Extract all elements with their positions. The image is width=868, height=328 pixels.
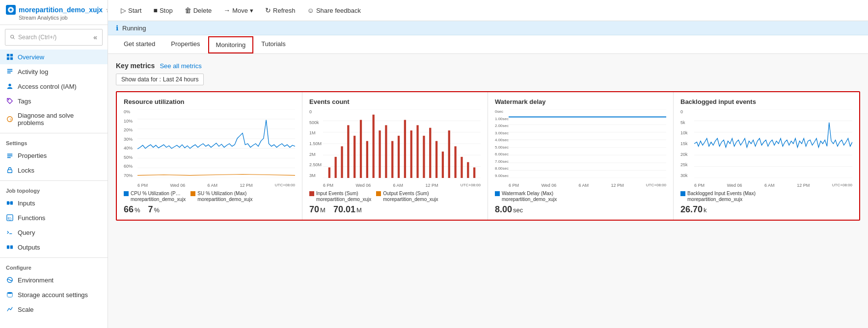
svg-rect-65 [467,162,469,178]
stop-button[interactable]: ■ Stop [148,4,177,17]
activity-log-icon [6,68,14,76]
sidebar-item-locks[interactable]: Locks [0,163,108,177]
outputs-icon [6,243,14,251]
sidebar-item-scale[interactable]: Scale [0,302,108,317]
job-topology-label: Job topology [0,184,108,196]
sidebar: morepartition_demo_xujx ☆ ··· Stream Ana… [0,0,108,328]
share-feedback-button[interactable]: ☺ Share feedback [302,4,366,17]
content-area: Key metrics See all metrics Show data fo… [108,54,868,328]
svg-rect-55 [404,120,406,178]
move-button[interactable]: → Move ▾ [218,4,258,17]
tabs-bar: Get started Properties Monitoring Tutori… [108,35,868,54]
chart-footer: Watermark Delay (Max)morepartition_demo_… [495,191,666,215]
chart-footer: Backlogged Input Events (Max)morepartiti… [680,191,852,215]
settings-section-label: Settings [0,136,108,148]
sidebar-item-environment[interactable]: Environment [0,273,108,287]
chart-inner [694,109,852,178]
chart-watermark-delay: Watermark delay 9.00sec8.00sec7.00sec6.0… [488,92,674,220]
tab-tutorials[interactable]: Tutorials [253,35,293,53]
svg-rect-16 [7,157,11,158]
app-subtitle: Stream Analytics job [6,15,102,21]
iam-icon [6,82,14,90]
y-labels: 9.00sec8.00sec7.00sec6.00sec5.00sec4.00s… [495,109,509,178]
sidebar-item-overview[interactable]: Overview [0,50,108,64]
value-watermark: 8.00 sec [495,204,523,215]
scale-icon [6,305,14,313]
sidebar-item-functions[interactable]: f() Functions [0,210,108,225]
sidebar-item-diagnose[interactable]: ? Diagnose and solve problems [0,108,108,130]
collapse-icon[interactable]: « [93,33,97,41]
chart-title: Backlogged input events [680,98,852,105]
svg-rect-6 [10,57,13,60]
app-title: morepartition_demo_xujx [19,6,103,14]
chart-area-watermark: 9.00sec8.00sec7.00sec6.00sec5.00sec4.00s… [495,109,666,188]
start-button[interactable]: ▷ Start [116,4,146,17]
svg-point-10 [8,84,11,86]
svg-rect-51 [379,130,380,178]
svg-rect-7 [7,69,13,70]
status-icon: ℹ [116,24,118,32]
svg-rect-45 [341,146,343,178]
search-input[interactable] [18,34,90,41]
diagnose-icon: ? [6,115,14,123]
sidebar-item-activity-log[interactable]: Activity log [0,64,108,79]
svg-rect-47 [353,136,355,178]
chart-title: Resource utilization [124,98,295,105]
feedback-icon: ☺ [307,6,314,14]
sidebar-item-properties[interactable]: Properties [0,148,108,163]
chart-area-resource: 70%60%50%40%30%20%10%0% [124,109,295,188]
svg-rect-66 [473,167,475,178]
sidebar-item-inputs[interactable]: Inputs [0,196,108,210]
start-icon: ▷ [121,6,126,14]
svg-text:?: ? [9,118,12,122]
delete-button[interactable]: 🗑 Delete [180,4,217,17]
x-labels: 6 PMWed 066 AM12 PMUTC+08:00 [137,183,295,188]
value-input: 70 M [309,204,326,215]
sidebar-item-query[interactable]: Query [0,225,108,240]
refresh-icon: ↻ [265,6,271,14]
legend-color-backlogged [680,191,685,196]
see-all-metrics-link[interactable]: See all metrics [160,62,201,70]
key-metrics-header: Key metrics See all metrics [116,62,860,70]
sidebar-item-label: Properties [18,152,47,159]
legend-cpu: CPU % Utilization (P…morepartition_demo_… [124,191,186,202]
status-bar: ℹ Running [108,21,868,35]
sidebar-item-iam[interactable]: Access control (IAM) [0,79,108,94]
svg-rect-57 [416,125,418,178]
sidebar-item-storage-account[interactable]: Storage account settings [0,287,108,302]
chart-legend: Backlogged Input Events (Max)morepartiti… [680,191,852,202]
chart-legend: CPU % Utilization (P…morepartition_demo_… [124,191,295,202]
refresh-button[interactable]: ↻ Refresh [260,4,300,17]
value-su: 7 % [148,204,160,215]
sidebar-item-label: Environment [18,277,54,284]
svg-rect-61 [442,151,444,178]
tab-properties[interactable]: Properties [163,35,208,53]
svg-line-2 [13,38,14,39]
data-filter[interactable]: Show data for : Last 24 hours [116,74,204,85]
svg-rect-9 [7,73,11,74]
y-labels: 70%60%50%40%30%20%10%0% [124,109,133,178]
search-box[interactable]: « [5,29,103,46]
chart-resource-utilization: Resource utilization 70%60%50%40%30%20%1… [117,92,302,220]
svg-point-27 [7,292,13,294]
svg-rect-63 [455,146,457,178]
charts-grid: Resource utilization 70%60%50%40%30%20%1… [116,91,860,221]
sidebar-item-label: Access control (IAM) [18,83,77,90]
sidebar-item-label: Activity log [18,68,48,76]
key-metrics-title: Key metrics [116,62,155,70]
main-content: ▷ Start ■ Stop 🗑 Delete → Move ▾ ↻ Refre… [108,0,868,328]
legend-color-su [190,191,195,196]
tab-monitoring[interactable]: Monitoring [208,36,254,53]
legend-color-output [376,191,381,196]
status-text: Running [122,25,146,32]
svg-rect-25 [10,246,13,249]
svg-rect-5 [7,57,9,60]
svg-rect-24 [7,246,9,249]
svg-point-11 [8,99,9,101]
sidebar-item-tags[interactable]: Tags [0,94,108,108]
tab-get-started[interactable]: Get started [116,35,163,53]
sidebar-item-outputs[interactable]: Outputs [0,240,108,254]
query-icon [6,228,14,236]
sidebar-item-label: Query [18,229,35,236]
svg-rect-54 [398,136,400,178]
